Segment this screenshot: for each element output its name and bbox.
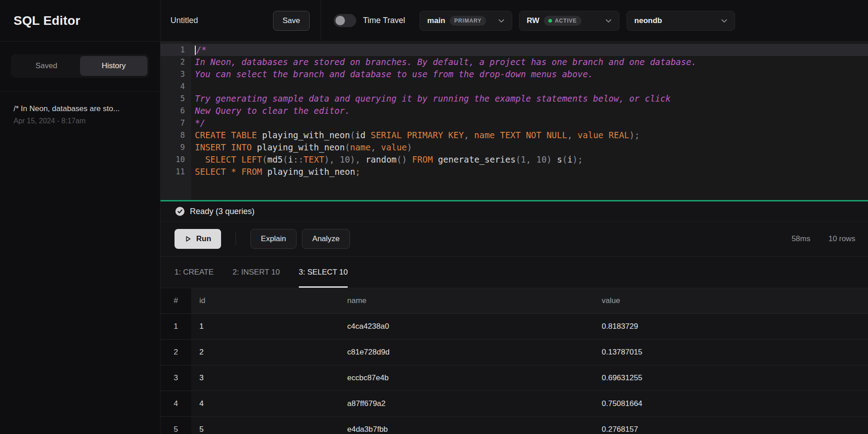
row-number-cell: 1: [160, 314, 191, 339]
code-text: [191, 80, 195, 93]
row-number-cell: 2: [160, 340, 191, 365]
ready-status-text: Ready (3 queries): [190, 207, 255, 216]
code-text: SELECT LEFT(md5(i::TEXT), 10), random() …: [191, 154, 583, 166]
code-line[interactable]: 8CREATE TABLE playing_with_neon(id SERIA…: [160, 129, 868, 141]
sidebar-tab-area: Saved History: [0, 42, 160, 92]
compute-name: RW: [527, 16, 539, 25]
line-number: 7: [160, 117, 191, 129]
chevron-down-icon: [604, 17, 613, 25]
branch-name: main: [427, 16, 445, 25]
sidebar: SQL Editor Saved History /* In Neon, dat…: [0, 0, 160, 434]
code-line[interactable]: 3You can select the branch and database …: [160, 68, 868, 80]
table-cell: eccbc87e4b: [339, 365, 594, 391]
branch-selector[interactable]: main PRIMARY: [420, 11, 512, 31]
table-header-row: #idnamevalue: [160, 288, 868, 314]
database-selector[interactable]: neondb: [627, 11, 735, 31]
tab-history[interactable]: History: [80, 56, 147, 76]
history-list: /* In Neon, databases are sto... Apr 15,…: [0, 92, 160, 138]
code-text: INSERT INTO playing_with_neon(name, valu…: [191, 141, 412, 154]
code-text: Try generating sample data and querying …: [191, 93, 670, 105]
result-row-count: 10 rows: [828, 234, 855, 243]
result-tabs: 1: CREATE2: INSERT 103: SELECT 10: [160, 257, 868, 288]
line-number: 4: [160, 80, 191, 93]
code-line[interactable]: 4: [160, 80, 868, 93]
saved-history-segmented-control: Saved History: [11, 54, 149, 78]
page-title: SQL Editor: [14, 14, 80, 28]
table-cell: 1: [191, 314, 339, 339]
result-tab-1[interactable]: 1: CREATE: [175, 257, 214, 288]
history-item[interactable]: /* In Neon, databases are sto... Apr 15,…: [0, 92, 160, 138]
run-button[interactable]: Run: [175, 229, 221, 249]
status-bar: Ready (3 queries): [160, 201, 868, 222]
code-line[interactable]: 5Try generating sample data and querying…: [160, 93, 868, 105]
sql-code-editor[interactable]: 1/*2In Neon, databases are stored on bra…: [160, 42, 868, 201]
row-number-cell: 5: [160, 417, 191, 434]
table-cell: 2: [191, 340, 339, 365]
code-line[interactable]: 1/*: [160, 44, 868, 56]
table-cell: 0.2768157: [594, 417, 868, 434]
line-number: 3: [160, 68, 191, 80]
time-travel-toggle[interactable]: [334, 14, 356, 27]
line-number: 9: [160, 141, 191, 154]
result-tab-3[interactable]: 3: SELECT 10: [299, 257, 348, 288]
query-name[interactable]: Untitled: [170, 16, 273, 25]
toolbar-divider: [321, 0, 321, 42]
table-row[interactable]: 33eccbc87e4b0.69631255: [160, 365, 868, 391]
line-number: 10: [160, 154, 191, 166]
table-cell: a87ff679a2: [339, 391, 594, 416]
line-number: 8: [160, 129, 191, 141]
action-divider: [236, 233, 236, 245]
row-number-cell: 4: [160, 391, 191, 416]
main-content: Untitled Save Time Travel main PRIMARY R…: [160, 0, 868, 434]
table-cell: 0.13787015: [594, 340, 868, 365]
code-line[interactable]: 2In Neon, databases are stored on branch…: [160, 56, 868, 68]
chevron-down-icon: [497, 17, 505, 25]
table-cell: c4ca4238a0: [339, 314, 594, 339]
chevron-down-icon: [720, 17, 728, 25]
code-text: CREATE TABLE playing_with_neon(id SERIAL…: [191, 129, 640, 141]
sidebar-header: SQL Editor: [0, 0, 160, 42]
action-bar: Run Explain Analyze 58ms 10 rows: [160, 222, 868, 257]
query-metrics: 58ms 10 rows: [792, 234, 855, 243]
play-icon: [184, 235, 192, 243]
code-text: SELECT * FROM playing_with_neon;: [191, 166, 360, 178]
table-row[interactable]: 55e4da3b7fbb0.2768157: [160, 417, 868, 434]
code-text: */: [191, 117, 205, 129]
compute-selector[interactable]: RW ACTIVE: [519, 11, 619, 31]
code-text: /*: [191, 44, 207, 56]
results-table: #idnamevalue11c4ca4238a00.818372922c81e7…: [160, 288, 868, 434]
table-cell: 0.75081664: [594, 391, 868, 416]
table-cell: c81e728d9d: [339, 340, 594, 365]
active-badge: ACTIVE: [544, 16, 581, 26]
code-text: You can select the branch and database t…: [191, 68, 593, 80]
column-header: id: [191, 288, 339, 313]
line-number: 5: [160, 93, 191, 105]
code-line[interactable]: 9INSERT INTO playing_with_neon(name, val…: [160, 141, 868, 154]
time-travel-label: Time Travel: [363, 16, 405, 25]
active-status-dot: [548, 19, 552, 23]
code-text: In Neon, databases are stored on branche…: [191, 56, 697, 68]
code-line[interactable]: 10 SELECT LEFT(md5(i::TEXT), 10), random…: [160, 154, 868, 166]
table-cell: 3: [191, 365, 339, 391]
table-cell: 4: [191, 391, 339, 416]
analyze-button[interactable]: Analyze: [302, 229, 350, 249]
code-line[interactable]: 7*/: [160, 117, 868, 129]
text-cursor: [195, 46, 196, 55]
save-button[interactable]: Save: [273, 11, 310, 31]
column-header: name: [339, 288, 594, 313]
code-line[interactable]: 6New Query to clear the editor.: [160, 105, 868, 117]
table-cell: 0.69631255: [594, 365, 868, 391]
explain-button[interactable]: Explain: [250, 229, 297, 249]
table-cell: 0.8183729: [594, 314, 868, 339]
database-name: neondb: [634, 16, 662, 25]
tab-saved[interactable]: Saved: [13, 56, 80, 76]
ready-check-icon: [175, 207, 184, 216]
line-number: 6: [160, 105, 191, 117]
code-line[interactable]: 11SELECT * FROM playing_with_neon;: [160, 166, 868, 178]
table-row[interactable]: 44a87ff679a20.75081664: [160, 391, 868, 417]
table-row[interactable]: 11c4ca4238a00.8183729: [160, 314, 868, 340]
table-cell: 5: [191, 417, 339, 434]
table-row[interactable]: 22c81e728d9d0.13787015: [160, 340, 868, 365]
editor-toolbar: Untitled Save Time Travel main PRIMARY R…: [160, 0, 868, 42]
result-tab-2[interactable]: 2: INSERT 10: [233, 257, 280, 288]
